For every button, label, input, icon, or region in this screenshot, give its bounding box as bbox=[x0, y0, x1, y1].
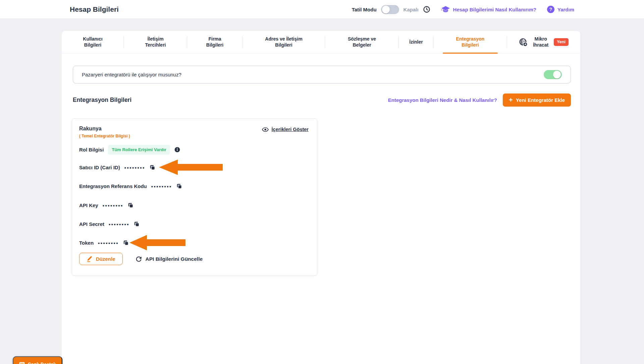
add-integrator-label: Yeni Entegratör Ekle bbox=[516, 97, 565, 103]
new-badge: Yeni bbox=[554, 38, 569, 46]
copy-icon[interactable] bbox=[128, 202, 133, 208]
masked-value: •••••••• bbox=[124, 165, 145, 170]
field-row-token: Token •••••••• bbox=[79, 239, 129, 247]
toggle-knob bbox=[382, 6, 390, 13]
role-info-row: Rol Bilgisi Tüm Rollere Erişimi Vardır bbox=[79, 145, 180, 155]
field-row-api-key: API Key •••••••• bbox=[79, 201, 133, 209]
integrator-subtitle: ( Temel Entegratör Bilgisi ) bbox=[79, 134, 130, 138]
globe-export-icon bbox=[519, 38, 528, 47]
annotation-arrow-satici-id bbox=[159, 160, 223, 176]
copy-icon[interactable] bbox=[176, 183, 182, 189]
vacation-mode-toggle[interactable] bbox=[381, 5, 399, 14]
tab-kullanici-bilgileri[interactable]: Kullanıcı Bilgileri bbox=[62, 31, 124, 53]
field-row-api-secret: API Secret •••••••• bbox=[79, 220, 140, 228]
integration-info-link[interactable]: Entegrasyon Bilgileri Nedir & Nasıl Kull… bbox=[388, 97, 497, 103]
info-icon[interactable] bbox=[174, 147, 180, 153]
field-label: API Key bbox=[79, 202, 98, 208]
integrator-card: Rakunya ( Temel Entegratör Bilgisi ) İçe… bbox=[72, 118, 317, 276]
top-header: Hesap Bilgileri Tatil Modu Kapalı bbox=[0, 0, 644, 19]
add-integrator-button[interactable]: + Yeni Entegratör Ekle bbox=[503, 94, 571, 107]
edit-button-label: Düzenle bbox=[96, 256, 115, 262]
header-actions: Tatil Modu Kapalı Hesap Bilgilerimi Nası… bbox=[352, 0, 574, 19]
field-label: Satıcı ID (Cari ID) bbox=[79, 165, 120, 170]
field-label: API Secret bbox=[79, 221, 104, 227]
card-actions: Düzenle API Bilgilerini Güncelle bbox=[79, 253, 203, 265]
tab-iletisim-tercihleri[interactable]: İletişim Tercihleri bbox=[124, 31, 187, 53]
help-link[interactable]: ? Yardım bbox=[547, 6, 574, 13]
copy-icon[interactable] bbox=[150, 165, 155, 170]
graduation-cap-icon bbox=[441, 6, 450, 13]
masked-value: •••••••• bbox=[103, 203, 123, 208]
account-info-page: Hesap Bilgileri Tatil Modu Kapalı bbox=[0, 0, 644, 364]
chat-support-icon bbox=[19, 362, 25, 364]
vacation-mode-label: Tatil Modu bbox=[352, 7, 377, 12]
tab-sozlesme-ve-belgeler[interactable]: Sözleşme ve Belgeler bbox=[325, 31, 399, 53]
tab-bar: Kullanıcı Bilgileri İletişim Tercihleri … bbox=[62, 31, 580, 54]
plus-icon: + bbox=[509, 96, 513, 103]
tab-entegrasyon-bilgileri[interactable]: Entegrasyon Bilgileri bbox=[433, 31, 507, 53]
tab-izinler[interactable]: İzinler bbox=[399, 31, 433, 53]
how-to-use-link[interactable]: Hesap Bilgilerimi Nasıl Kullanırım? bbox=[441, 6, 536, 13]
eye-icon bbox=[262, 127, 269, 132]
how-to-use-label: Hesap Bilgilerimi Nasıl Kullanırım? bbox=[453, 7, 536, 12]
tab-adres-ve-iletisim[interactable]: Adres ve İletişim Bilgileri bbox=[243, 31, 325, 53]
role-label: Rol Bilgisi bbox=[79, 147, 104, 153]
marketplace-question-box: Pazaryeri entegratörü ile çalışıyor musu… bbox=[73, 66, 571, 83]
field-row-referans-kodu: Entegrasyon Referans Kodu •••••••• bbox=[79, 182, 182, 190]
refresh-icon bbox=[136, 256, 142, 262]
masked-value: •••••••• bbox=[109, 222, 129, 227]
show-contents-button[interactable]: İçerikleri Göster bbox=[262, 127, 309, 132]
vacation-mode-state: Kapalı bbox=[404, 7, 419, 12]
field-row-satici-id: Satıcı ID (Cari ID) •••••••• bbox=[79, 163, 155, 171]
integration-section-header: Entegrasyon Bilgileri Entegrasyon Bilgil… bbox=[73, 93, 571, 107]
live-support-label: Canlı Destek bbox=[28, 362, 56, 364]
update-api-label: API Bilgilerini Güncelle bbox=[146, 256, 203, 262]
edit-button[interactable]: Düzenle bbox=[79, 253, 123, 265]
history-clock-icon[interactable] bbox=[423, 6, 430, 13]
help-label: Yardım bbox=[557, 7, 574, 12]
tab-mikro-ihracat[interactable]: Mikro İhracat Yeni bbox=[507, 31, 580, 53]
pencil-icon bbox=[87, 256, 93, 262]
annotation-arrow-token bbox=[129, 235, 185, 252]
page-title: Hesap Bilgileri bbox=[70, 0, 119, 19]
field-label: Token bbox=[79, 240, 94, 246]
copy-icon[interactable] bbox=[134, 221, 140, 227]
toggle-knob bbox=[553, 71, 561, 78]
masked-value: •••••••• bbox=[98, 241, 119, 246]
help-icon: ? bbox=[547, 6, 554, 13]
role-access-badge: Tüm Rollere Erişimi Vardır bbox=[108, 145, 170, 155]
integrator-name: Rakunya bbox=[79, 126, 102, 132]
tab-firma-bilgileri[interactable]: Firma Bilgileri bbox=[187, 31, 243, 53]
content-panel: Kullanıcı Bilgileri İletişim Tercihleri … bbox=[62, 31, 580, 364]
marketplace-question-text: Pazaryeri entegratörü ile çalışıyor musu… bbox=[82, 72, 181, 77]
live-support-button[interactable]: Canlı Destek bbox=[13, 356, 62, 364]
copy-icon[interactable] bbox=[123, 240, 129, 246]
field-label: Entegrasyon Referans Kodu bbox=[79, 183, 147, 189]
update-api-button[interactable]: API Bilgilerini Güncelle bbox=[136, 256, 203, 262]
section-title: Entegrasyon Bilgileri bbox=[73, 97, 131, 104]
show-contents-label: İçerikleri Göster bbox=[272, 127, 309, 132]
marketplace-question-toggle[interactable] bbox=[544, 70, 562, 79]
masked-value: •••••••• bbox=[151, 184, 172, 189]
